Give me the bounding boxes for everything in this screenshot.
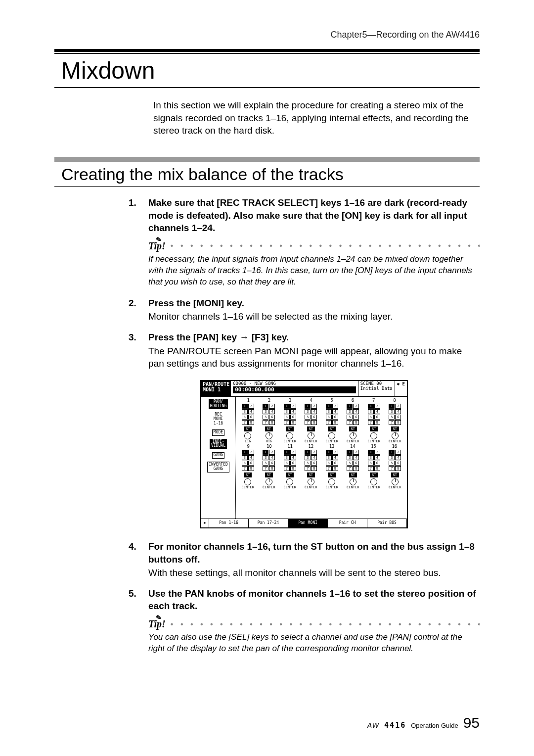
bus-assign-button[interactable]: 5 (326, 415, 332, 420)
bus-assign-button[interactable]: 8 (332, 420, 338, 425)
bus-assign-button[interactable]: 1 (368, 404, 374, 409)
mode-button[interactable]: MODE (212, 429, 224, 436)
bus-assign-button[interactable]: 5 (242, 461, 248, 466)
tab-pan-1-16[interactable]: Pan 1-16 (209, 519, 249, 527)
bus-assign-button[interactable]: 5 (284, 415, 290, 420)
st-button[interactable]: ST (328, 472, 336, 477)
st-button[interactable]: ST (349, 472, 357, 477)
bus-assign-button[interactable]: 5 (305, 415, 311, 420)
bus-assign-button[interactable]: 1 (284, 450, 290, 455)
individual-button[interactable]: INDI- VIDUAL (210, 439, 227, 450)
bus-assign-button[interactable]: 8 (248, 466, 254, 471)
st-button[interactable]: ST (244, 472, 252, 477)
bus-assign-button[interactable]: 8 (395, 466, 401, 471)
bus-assign-button[interactable]: 2 (269, 404, 275, 409)
bus-assign-button[interactable]: 4 (269, 455, 275, 460)
bus-assign-button[interactable]: 5 (389, 415, 395, 420)
bus-assign-button[interactable]: 3 (347, 409, 353, 414)
bus-assign-button[interactable]: 5 (242, 415, 248, 420)
bus-assign-button[interactable]: 3 (242, 409, 248, 414)
bus-assign-button[interactable]: 8 (374, 466, 380, 471)
bus-assign-button[interactable]: 2 (332, 450, 338, 455)
pan-knob[interactable] (370, 478, 377, 485)
bus-assign-button[interactable]: 4 (332, 409, 338, 414)
bus-assign-button[interactable]: 6 (269, 415, 275, 420)
bus-assign-button[interactable]: 3 (347, 455, 353, 460)
bus-assign-button[interactable]: 8 (290, 420, 296, 425)
bus-assign-button[interactable]: 1 (347, 404, 353, 409)
tab-pair-ch[interactable]: Pair CH (328, 519, 367, 527)
bus-assign-button[interactable]: 4 (290, 409, 296, 414)
st-button[interactable]: ST (370, 472, 378, 477)
pan-knob[interactable] (286, 432, 293, 439)
bus-assign-button[interactable]: 4 (290, 455, 296, 460)
bus-assign-button[interactable]: 1 (326, 404, 332, 409)
gang-button[interactable]: GANG (212, 452, 224, 459)
st-button[interactable]: ST (328, 426, 336, 431)
bus-assign-button[interactable]: 1 (389, 404, 395, 409)
bus-assign-button[interactable]: 3 (389, 455, 395, 460)
bus-assign-button[interactable]: 6 (269, 461, 275, 466)
bus-assign-button[interactable]: 5 (347, 461, 353, 466)
bus-assign-button[interactable]: 4 (374, 455, 380, 460)
bus-assign-button[interactable]: 6 (395, 461, 401, 466)
bus-assign-button[interactable]: 3 (305, 455, 311, 460)
pan-knob[interactable] (350, 432, 356, 439)
bus-assign-button[interactable]: 3 (326, 409, 332, 414)
bus-assign-button[interactable]: 1 (242, 404, 248, 409)
bus-assign-button[interactable]: 8 (248, 420, 254, 425)
bus-assign-button[interactable]: 5 (368, 415, 374, 420)
bus-assign-button[interactable]: 7 (326, 466, 332, 471)
bus-assign-button[interactable]: 1 (242, 450, 248, 455)
bus-assign-button[interactable]: 4 (395, 409, 401, 414)
bus-assign-button[interactable]: 6 (353, 415, 359, 420)
pan-knob[interactable] (328, 432, 335, 439)
bus-assign-button[interactable]: 8 (311, 466, 317, 471)
bus-assign-button[interactable]: 6 (311, 461, 317, 466)
bus-assign-button[interactable]: 5 (284, 461, 290, 466)
pan-knob[interactable] (370, 432, 377, 439)
bus-assign-button[interactable]: 3 (284, 409, 290, 414)
bus-assign-button[interactable]: 4 (353, 455, 359, 460)
bus-assign-button[interactable]: 5 (263, 415, 268, 420)
pan-knob[interactable] (286, 478, 293, 485)
bus-assign-button[interactable]: 2 (395, 450, 401, 455)
bus-assign-button[interactable]: 7 (368, 466, 374, 471)
bus-assign-button[interactable]: 3 (368, 409, 374, 414)
bus-assign-button[interactable]: 7 (347, 420, 353, 425)
bus-assign-button[interactable]: 2 (332, 404, 338, 409)
bus-assign-button[interactable]: 2 (311, 450, 317, 455)
bus-assign-button[interactable]: 7 (242, 420, 248, 425)
bus-assign-button[interactable]: 5 (263, 461, 268, 466)
bus-assign-button[interactable]: 2 (269, 450, 275, 455)
bus-assign-button[interactable]: 1 (305, 450, 311, 455)
st-button[interactable]: ST (265, 472, 273, 477)
bus-assign-button[interactable]: 7 (305, 420, 311, 425)
bus-assign-button[interactable]: 4 (248, 409, 254, 414)
bus-assign-button[interactable]: 8 (332, 466, 338, 471)
pan-knob[interactable] (350, 478, 356, 485)
bus-assign-button[interactable]: 7 (326, 420, 332, 425)
bus-assign-button[interactable]: 4 (374, 409, 380, 414)
bus-assign-button[interactable]: 1 (368, 450, 374, 455)
pan-routing-button[interactable]: PAN/ ROUTING (209, 399, 228, 410)
bus-assign-button[interactable]: 3 (305, 409, 311, 414)
bus-assign-button[interactable]: 5 (347, 415, 353, 420)
bus-assign-button[interactable]: 6 (332, 415, 338, 420)
bus-assign-button[interactable]: 6 (332, 461, 338, 466)
bus-assign-button[interactable]: 2 (374, 450, 380, 455)
pan-knob[interactable] (244, 478, 251, 485)
bus-assign-button[interactable]: 2 (374, 404, 380, 409)
tab-pan-17-24[interactable]: Pan 17-24 (249, 519, 288, 527)
bus-assign-button[interactable]: 2 (248, 404, 254, 409)
bus-assign-button[interactable]: 6 (290, 415, 296, 420)
bus-assign-button[interactable]: 6 (311, 415, 317, 420)
bus-assign-button[interactable]: 4 (311, 409, 317, 414)
bus-assign-button[interactable]: 2 (353, 404, 359, 409)
bus-assign-button[interactable]: 4 (395, 455, 401, 460)
bus-assign-button[interactable]: 2 (395, 404, 401, 409)
bus-assign-button[interactable]: 8 (353, 466, 359, 471)
bus-assign-button[interactable]: 4 (332, 455, 338, 460)
pan-knob[interactable] (392, 432, 399, 439)
bus-assign-button[interactable]: 8 (395, 420, 401, 425)
